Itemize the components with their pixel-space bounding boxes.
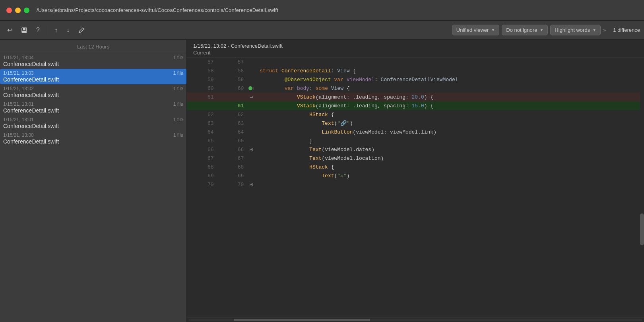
- gutter-cell: [247, 110, 256, 119]
- table-row: 62 62 HStack {: [187, 110, 644, 119]
- highlight-dropdown[interactable]: Highlight words ▼: [550, 25, 601, 35]
- line-num-old: 61: [187, 93, 217, 101]
- table-row: 64 64 LinkButton(viewModel: viewModel.li…: [187, 128, 644, 136]
- scrollbar-thumb[interactable]: [640, 213, 644, 245]
- gutter-cell: [247, 154, 256, 163]
- line-num-old: 64: [187, 128, 217, 136]
- list-item[interactable]: 1/15/21, 13:01 1 file ConferenceDetail.s…: [0, 100, 186, 115]
- sidebar-header: Last 12 Hours: [0, 40, 186, 53]
- line-num-old: 58: [187, 66, 217, 75]
- gutter-cell: ⛨: [247, 145, 256, 154]
- line-num-old: 65: [187, 136, 217, 145]
- table-row: 69 69 Text("✏"): [187, 171, 644, 180]
- list-item-date: 1/15/21, 13:03 1 file: [3, 70, 183, 76]
- table-row: 61 VStack(alignment: .leading, spacing: …: [187, 101, 644, 110]
- vertical-scrollbar[interactable]: [640, 58, 644, 317]
- code-table: 57 57 58 58 struct ConferenceDetail: Vie…: [187, 58, 644, 189]
- code-line: LinkButton(viewModel: viewModel.link): [256, 128, 644, 136]
- table-row: 66 66 ⛨ Text(viewModel.dates): [187, 145, 644, 154]
- line-num-new: 62: [217, 110, 247, 119]
- line-num-new: 65: [217, 136, 247, 145]
- prev-diff-button[interactable]: ↑: [51, 25, 61, 36]
- svg-rect-2: [22, 31, 26, 33]
- line-num-new: 68: [217, 163, 247, 171]
- gutter-cell: [247, 119, 256, 128]
- table-row: 59 59 @ObservedObject var viewModel: Con…: [187, 75, 644, 84]
- line-num-new: 59: [217, 75, 247, 84]
- code-line: VStack(alignment: .leading, spacing: 15.…: [256, 101, 644, 110]
- table-row: 65 65 }: [187, 136, 644, 145]
- gutter-cell: [247, 66, 256, 75]
- back-arrow-icon: ↩: [250, 94, 253, 101]
- edit-button[interactable]: [75, 25, 88, 35]
- scrollbar-thumb-h[interactable]: [234, 319, 370, 321]
- line-num-new: 58: [217, 66, 247, 75]
- shield-icon: ⛨: [249, 182, 254, 188]
- minimize-button[interactable]: [15, 8, 21, 13]
- line-num-old: 57: [187, 58, 217, 66]
- line-num-old: 66: [187, 145, 217, 154]
- list-item-filename: ConferenceDetail.swift: [3, 138, 183, 145]
- gutter-cell: ↩: [247, 93, 256, 101]
- scrollbar-track: [188, 319, 642, 321]
- line-num-old: 69: [187, 171, 217, 180]
- sidebar-list: 1/15/21, 13:04 1 file ConferenceDetail.s…: [0, 53, 186, 322]
- list-item[interactable]: 1/15/21, 13:03 1 file ConferenceDetail.s…: [0, 69, 186, 84]
- title-bar: /Users/jetbrains/Projects/cocoaconferenc…: [0, 0, 644, 21]
- gutter-cell: [247, 163, 256, 171]
- line-num-new: 57: [217, 58, 247, 66]
- table-row: 63 63 Text("🔗"): [187, 119, 644, 128]
- code-line: VStack(alignment: .leading, spacing: 20.…: [256, 93, 644, 101]
- line-num-old: 60: [187, 84, 217, 93]
- line-num-new: 60: [217, 84, 247, 93]
- list-item[interactable]: 1/15/21, 13:01 1 file ConferenceDetail.s…: [0, 115, 186, 131]
- toolbar: ↩ ? ↑ ↓ Unified viewer ▼ Do not ignore ▼…: [0, 21, 644, 40]
- gutter-cell: [247, 58, 256, 66]
- maximize-button[interactable]: [24, 8, 29, 13]
- list-item-filename: ConferenceDetail.swift: [3, 123, 183, 129]
- help-button[interactable]: ?: [33, 25, 43, 36]
- code-content[interactable]: 57 57 58 58 struct ConferenceDetail: Vie…: [187, 58, 644, 317]
- table-row: 61 ↩ VStack(alignment: .leading, spacing…: [187, 93, 644, 101]
- list-item[interactable]: 1/15/21, 13:00 1 file ConferenceDetail.s…: [0, 131, 186, 146]
- close-button[interactable]: [6, 8, 12, 13]
- gutter-cell: ↑: [247, 84, 256, 93]
- green-dot-icon: [248, 86, 252, 90]
- gutter-cell: [247, 171, 256, 180]
- toolbar-divider-1: [47, 25, 47, 35]
- line-num-old: [187, 101, 217, 110]
- code-panel: 1/15/21, 13:02 - ConferenceDetail.swift …: [187, 40, 644, 322]
- gutter-cell: [247, 128, 256, 136]
- list-item-filename: ConferenceDetail.swift: [3, 61, 183, 67]
- next-diff-button[interactable]: ↓: [63, 25, 73, 36]
- viewer-dropdown[interactable]: Unified viewer ▼: [452, 25, 500, 35]
- sidebar: Last 12 Hours 1/15/21, 13:04 1 file Conf…: [0, 40, 187, 322]
- traffic-lights: [6, 8, 29, 13]
- code-line: Text("🔗"): [256, 119, 644, 128]
- list-item-date: 1/15/21, 13:04 1 file: [3, 55, 183, 60]
- line-num-new: [217, 93, 247, 101]
- code-line: HStack {: [256, 110, 644, 119]
- code-line: var body: some View {: [256, 84, 644, 93]
- code-line: Text("✏"): [256, 171, 644, 180]
- gutter-cell: [247, 101, 256, 110]
- list-item[interactable]: 1/15/21, 13:02 1 file ConferenceDetail.s…: [0, 84, 186, 100]
- list-item[interactable]: 1/15/21, 13:04 1 file ConferenceDetail.s…: [0, 53, 186, 69]
- chevron-down-icon: ▼: [592, 28, 596, 32]
- code-header-label: Current: [193, 50, 638, 56]
- line-num-old: 70: [187, 180, 217, 189]
- line-num-old: 62: [187, 110, 217, 119]
- table-row: 57 57: [187, 58, 644, 66]
- save-button[interactable]: [18, 25, 31, 35]
- ignore-dropdown[interactable]: Do not ignore ▼: [502, 25, 548, 35]
- list-item-filename: ConferenceDetail.swift: [3, 92, 183, 98]
- line-num-old: 59: [187, 75, 217, 84]
- line-num-new: 63: [217, 119, 247, 128]
- horizontal-scrollbar[interactable]: [187, 317, 644, 322]
- line-num-new: 70: [217, 180, 247, 189]
- undo-button[interactable]: ↩: [4, 24, 16, 36]
- overflow-icon: »: [603, 27, 606, 33]
- table-row: 70 70 ⛨: [187, 180, 644, 189]
- list-item-date: 1/15/21, 13:00 1 file: [3, 132, 183, 138]
- shield-icon: ⛨: [249, 147, 254, 153]
